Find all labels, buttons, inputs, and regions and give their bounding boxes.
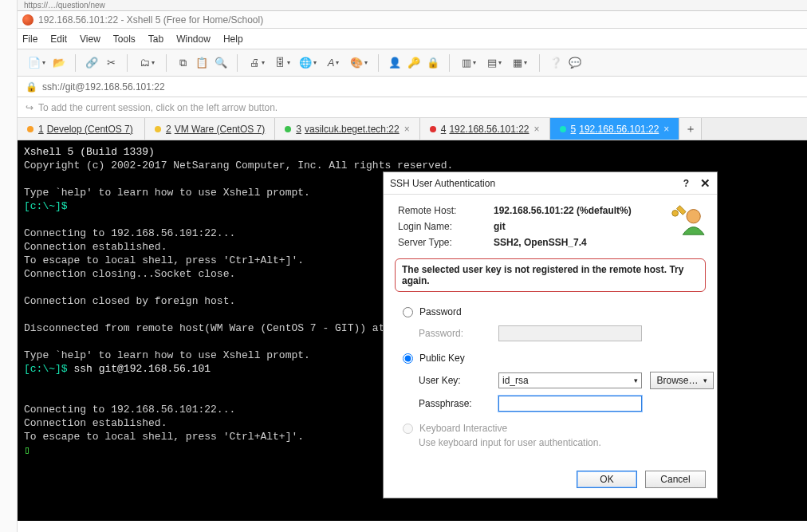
browse-button-label: Browse… [657,375,699,386]
toolbar-sep [539,54,540,72]
log-button[interactable]: 🗄▾ [271,55,293,71]
left-sidebar-strip [0,0,18,532]
dialog-help-button[interactable]: ? [683,178,689,189]
terminal-line: Type `help' to learn how to use Xshell p… [24,187,310,199]
tab-index: 3 [296,124,301,135]
toolbar-sep [166,54,167,72]
tab-label: 192.168.56.101:22 [579,124,659,135]
password-input [498,325,642,341]
new-session-button[interactable]: 📄▾ [26,55,48,71]
help-button[interactable]: ❔ [548,55,564,71]
status-dot-icon [155,126,161,132]
terminal-line: Connecting to 192.168.56.101:22... [24,404,235,416]
status-dot-icon [560,126,566,132]
arrow-left-icon[interactable]: ↪ [26,102,33,113]
terminal-cursor-icon: ▯ [24,444,30,456]
keyboard-interactive-hint: Use keyboard input for user authenticati… [403,437,701,448]
svg-point-1 [687,210,700,223]
error-message: The selected user key is not registered … [395,258,706,292]
passphrase-input[interactable] [498,396,642,412]
password-field-label: Password: [419,328,490,339]
xagent-button[interactable]: 👤 [387,55,403,71]
window-titlebar: 192.168.56.101:22 - Xshell 5 (Free for H… [18,11,807,29]
tab-index: 2 [166,124,171,135]
user-key-label: User Key: [419,375,490,386]
login-name-value: git [494,221,506,232]
browse-button[interactable]: Browse… ▾ [650,372,714,389]
status-dot-icon [430,126,436,132]
print-button[interactable]: 🖨▾ [246,55,268,71]
public-key-option-label: Public Key [419,353,465,364]
dialog-close-button[interactable]: ✕ [700,176,711,191]
close-icon[interactable]: × [534,124,540,135]
lock-icon: 🔒 [26,81,37,93]
menu-window[interactable]: Window [176,33,211,45]
terminal-command: ssh git@192.168.56.101 [73,363,211,375]
tab-101-a[interactable]: 4 192.168.56.101:22 × [420,118,550,140]
tab-develop[interactable]: 1 Develop (CentOS 7) [18,118,145,140]
menu-help[interactable]: Help [223,33,243,45]
terminal-line: Disconnected from remote host(WM Ware (C… [24,322,422,334]
feedback-button[interactable]: 💬 [567,55,583,71]
tile-vert-button[interactable]: ▤▾ [483,55,506,71]
menu-tools[interactable]: Tools [113,33,136,45]
tab-label: Develop (CentOS 7) [47,124,133,135]
terminal-line: To escape to local shell, press 'Ctrl+Al… [24,431,304,443]
user-key-value: id_rsa [502,375,529,386]
menu-file[interactable]: File [22,33,37,45]
status-dot-icon [27,126,33,132]
hint-bar: ↪ To add the current session, click on t… [18,97,807,118]
add-tab-button[interactable]: ＋ [679,118,702,140]
svg-point-0 [672,211,679,217]
public-key-radio[interactable] [403,353,413,364]
keymanager-button[interactable]: 🔑 [406,55,422,71]
ok-button[interactable]: OK [577,471,637,488]
address-bar: 🔒 ssh://git@192.168.56.101:22 [18,77,807,97]
password-radio[interactable] [403,307,413,317]
password-option[interactable]: Password [403,303,701,321]
tab-index: 4 [441,124,447,135]
remote-host-label: Remote Host: [398,205,494,216]
menu-tab[interactable]: Tab [148,33,163,45]
tab-index: 1 [38,124,44,135]
paste-button[interactable]: 📋 [194,55,210,71]
keyboard-interactive-radio [403,424,413,434]
properties-button[interactable]: 🗂▾ [136,55,158,71]
terminal-line: Connection closed by foreign host. [24,295,235,307]
user-key-select[interactable]: id_rsa ▾ [498,372,642,388]
toolbar: 📄▾ 📂 🔗 ✂ 🗂▾ ⧉ 📋 🔍 🖨▾ 🗄▾ 🌐▾ A▾ 🎨▾ 👤 [18,49,807,77]
tab-vmware[interactable]: 2 VM Ware (CentOS 7) [145,118,275,140]
tile-horz-button[interactable]: ▥▾ [458,55,480,71]
terminal-line: Copyright (c) 2002-2017 NetSarang Comput… [24,160,453,171]
public-key-option[interactable]: Public Key [403,349,701,367]
find-button[interactable]: 🔍 [213,55,229,71]
font-button[interactable]: A▾ [322,55,344,71]
color-scheme-button[interactable]: 🎨▾ [348,55,370,71]
menu-edit[interactable]: Edit [50,33,67,45]
copy-button[interactable]: ⧉ [175,55,191,71]
terminal-line: Xshell 5 (Build 1339) [24,146,155,158]
terminal-line: To escape to local shell, press 'Ctrl+Al… [24,254,304,266]
close-icon[interactable]: × [663,124,669,135]
hint-text: To add the current session, click on the… [38,102,278,113]
terminal-prompt: [c:\~]$ [24,363,68,375]
transfer-button[interactable]: 🌐▾ [297,55,319,71]
chevron-down-icon: ▾ [703,376,707,384]
disconnect-button[interactable]: ✂ [103,55,119,71]
terminal-line: Connection established. [24,417,167,429]
open-session-button[interactable]: 📂 [51,55,67,71]
tab-vasilcuk[interactable]: 3 vasilcuk.beget.tech:22 × [275,118,419,140]
session-url[interactable]: ssh://git@192.168.56.101:22 [42,81,165,93]
tab-label: vasilcuk.beget.tech:22 [305,124,400,135]
login-name-label: Login Name: [398,221,494,232]
close-icon[interactable]: × [404,124,410,135]
cancel-button[interactable]: Cancel [645,471,706,488]
lock-button[interactable]: 🔒 [425,55,441,71]
terminal-line: Type `help' to learn how to use Xshell p… [24,349,310,361]
server-type-label: Server Type: [398,237,494,248]
tab-101-b[interactable]: 5 192.168.56.101:22 × [550,118,680,140]
menu-view[interactable]: View [80,33,100,45]
cascade-button[interactable]: ▦▾ [509,55,531,71]
tab-index: 5 [571,124,577,135]
reconnect-button[interactable]: 🔗 [84,55,100,71]
